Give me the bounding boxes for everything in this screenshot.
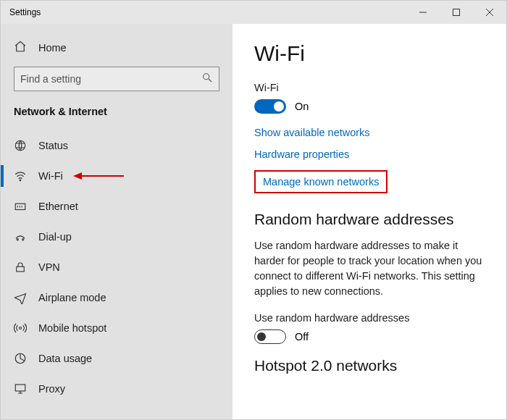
proxy-icon <box>14 382 27 395</box>
home-button[interactable]: Home <box>1 34 232 61</box>
random-addresses-heading: Random hardware addresses <box>254 211 485 228</box>
wifi-icon <box>14 169 27 182</box>
home-label: Home <box>38 42 67 54</box>
minimize-button[interactable] <box>406 1 440 24</box>
svg-point-12 <box>22 239 24 240</box>
sidebar-item-status[interactable]: Status <box>1 130 232 161</box>
search-input[interactable] <box>20 73 201 85</box>
random-addresses-description: Use random hardware addresses to make it… <box>254 238 485 299</box>
sidebar-item-dialup[interactable]: Dial-up <box>1 222 232 252</box>
page-title: Wi-Fi <box>254 41 485 66</box>
random-addresses-toggle[interactable] <box>254 329 286 344</box>
svg-point-4 <box>204 74 209 80</box>
window-controls <box>406 1 506 24</box>
datausage-icon <box>14 352 27 365</box>
wifi-toggle-state: On <box>295 101 309 112</box>
svg-point-11 <box>17 239 18 240</box>
svg-marker-9 <box>73 172 82 180</box>
ethernet-icon <box>14 200 27 213</box>
link-hardware-properties[interactable]: Hardware properties <box>254 148 485 160</box>
sidebar-item-label: Dial-up <box>38 231 72 243</box>
wifi-toggle[interactable] <box>254 99 286 114</box>
svg-line-5 <box>209 79 211 82</box>
sidebar-item-wifi[interactable]: Wi-Fi <box>1 161 232 191</box>
sidebar-item-ethernet[interactable]: Ethernet <box>1 191 232 222</box>
sidebar-item-label: Status <box>38 140 68 151</box>
sidebar-item-airplane[interactable]: Airplane mode <box>1 282 232 313</box>
titlebar: Settings <box>1 1 506 24</box>
sidebar-item-hotspot[interactable]: Mobile hotspot <box>1 313 232 343</box>
window-title: Settings <box>1 7 406 17</box>
sidebar-item-label: Wi-Fi <box>38 170 63 182</box>
svg-point-6 <box>15 140 25 151</box>
svg-rect-1 <box>453 9 460 16</box>
link-show-available-networks[interactable]: Show available networks <box>254 127 485 138</box>
sidebar-item-label: Ethernet <box>38 201 78 212</box>
search-row <box>1 61 232 101</box>
random-toggle-state: Off <box>295 331 309 343</box>
wifi-toggle-label: Wi-Fi <box>254 82 485 93</box>
sidebar-item-proxy[interactable]: Proxy <box>1 374 232 404</box>
link-manage-known-networks[interactable]: Manage known networks <box>254 170 387 193</box>
sidebar-item-label: Airplane mode <box>38 292 106 303</box>
vpn-icon <box>14 261 27 274</box>
sidebar-item-vpn[interactable]: VPN <box>1 252 232 282</box>
status-icon <box>14 139 27 152</box>
sidebar: Home Network & Internet Status Wi-Fi <box>1 24 232 419</box>
hotspot-heading: Hotspot 2.0 networks <box>254 357 485 374</box>
annotation-arrow <box>73 171 124 181</box>
category-heading: Network & Internet <box>1 101 232 130</box>
search-icon <box>201 72 213 86</box>
sidebar-item-label: Mobile hotspot <box>38 322 106 334</box>
content-pane: Wi-Fi Wi-Fi On Show available networks H… <box>232 24 506 419</box>
airplane-icon <box>14 291 27 304</box>
svg-point-14 <box>20 327 22 329</box>
random-toggle-row: Off <box>254 329 485 344</box>
close-button[interactable] <box>473 1 506 24</box>
settings-window: Settings Home Network & Internet Status <box>0 0 507 420</box>
window-body: Home Network & Internet Status Wi-Fi <box>1 24 506 419</box>
search-box[interactable] <box>14 67 219 91</box>
svg-rect-10 <box>15 203 25 209</box>
sidebar-item-label: Data usage <box>38 353 92 364</box>
sidebar-item-datausage[interactable]: Data usage <box>1 343 232 374</box>
maximize-button[interactable] <box>440 1 473 24</box>
home-icon <box>14 40 27 55</box>
dialup-icon <box>14 230 27 243</box>
sidebar-item-label: VPN <box>38 261 60 273</box>
wifi-toggle-row: On <box>254 99 485 114</box>
svg-point-7 <box>20 180 21 181</box>
random-toggle-label: Use random hardware addresses <box>254 312 485 324</box>
svg-rect-16 <box>15 385 25 391</box>
hotspot-icon <box>14 322 27 335</box>
svg-rect-13 <box>17 266 25 272</box>
sidebar-item-label: Proxy <box>38 383 65 395</box>
